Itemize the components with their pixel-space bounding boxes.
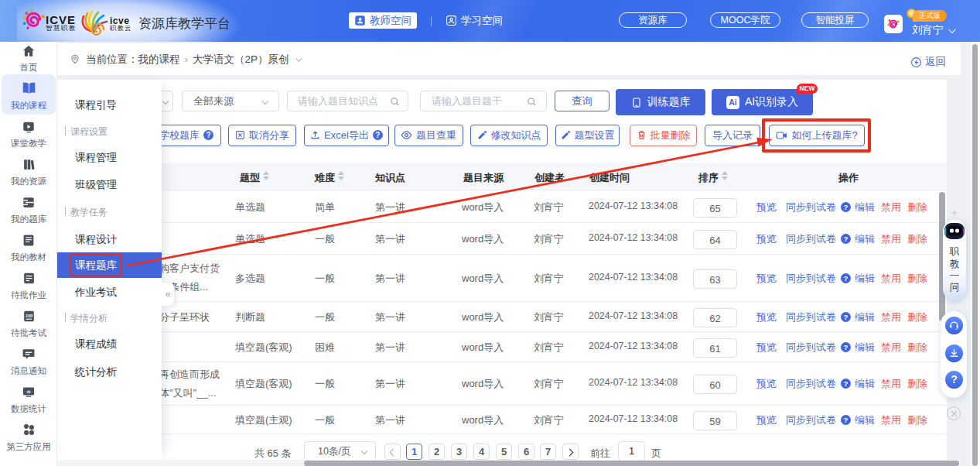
svg-text:100: 100 [25, 314, 32, 318]
svg-text:ılı: ılı [27, 389, 31, 394]
